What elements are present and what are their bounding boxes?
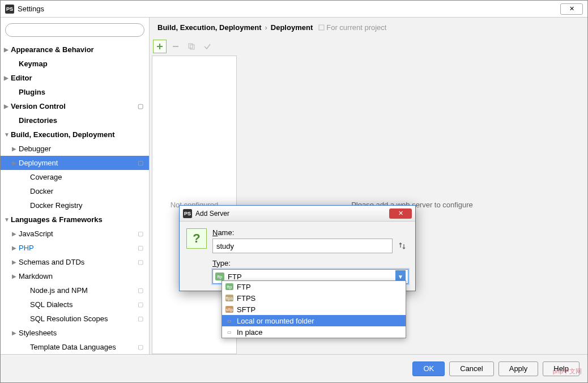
sidebar-item-directories[interactable]: Directories <box>1 113 149 127</box>
sidebar-item-sql-resolution-scopes[interactable]: SQL Resolution Scopes▢ <box>1 312 149 326</box>
dialog-title: Add Server <box>195 210 389 218</box>
sidebar-item-plugins[interactable]: Plugins <box>1 85 149 99</box>
sidebar-item-stylesheets[interactable]: ▶Stylesheets <box>1 326 149 340</box>
window-close-button[interactable]: ✕ <box>560 3 583 15</box>
sidebar-item-node-js-and-npm[interactable]: Node.js and NPM▢ <box>1 283 149 297</box>
dialog-app-icon: PS <box>183 209 192 218</box>
chevron-right-icon: › <box>265 23 267 32</box>
sftp-icon: sftp <box>225 306 233 313</box>
sidebar-item-label: Coverage <box>30 173 149 181</box>
check-icon <box>203 42 211 50</box>
sidebar-item-languages-frameworks[interactable]: ▼Languages & Frameworks <box>1 212 149 227</box>
ok-button[interactable]: OK <box>412 361 445 376</box>
sidebar-item-label: Debugger <box>19 144 149 153</box>
breadcrumb: Build, Execution, Deployment › Deploymen… <box>150 18 587 37</box>
sidebar-item-editor[interactable]: ▶Editor <box>1 71 149 85</box>
dialog-form: Name: Type: ftp FTP ▼ <box>212 228 408 284</box>
add-server-dialog: PS Add Server ✕ ? Name: Type: ftp FTP ▼ … <box>179 205 416 291</box>
search-box <box>5 23 144 37</box>
set-default-button[interactable] <box>201 40 214 53</box>
option-label: FTP <box>237 283 251 291</box>
project-badge-icon: ▢ <box>137 103 144 110</box>
sidebar-item-label: Template Data Languages <box>30 343 137 351</box>
sidebar-item-markdown[interactable]: ▶Markdown <box>1 269 149 283</box>
sidebar-item-docker[interactable]: Docker <box>1 184 149 198</box>
sidebar-item-schemas-and-dtds[interactable]: ▶Schemas and DTDs▢ <box>1 255 149 269</box>
sidebar-item-label: Build, Execution, Deployment <box>11 130 149 139</box>
type-option-in-place[interactable]: ▭In place <box>222 326 406 338</box>
sidebar-item-label: Docker Registry <box>30 201 149 210</box>
dialog-body: ? Name: Type: ftp FTP ▼ ftpFTPftpsFTPSsf… <box>180 222 415 291</box>
breadcrumb-part1: Build, Execution, Deployment <box>157 23 261 32</box>
tree-arrow-icon: ▶ <box>12 273 19 279</box>
project-icon <box>318 24 325 31</box>
cancel-button[interactable]: Cancel <box>449 361 493 376</box>
ftps-icon: ftps <box>225 295 233 301</box>
minus-icon <box>172 42 180 50</box>
watermark: php中文网 <box>553 367 582 376</box>
sidebar-item-label: Appearance & Behavior <box>11 45 149 54</box>
sidebar-item-sql-dialects[interactable]: SQL Dialects▢ <box>1 297 149 312</box>
sort-icon <box>398 242 406 250</box>
project-badge-icon: ▢ <box>137 315 144 323</box>
app-icon: PS <box>5 5 14 14</box>
project-badge-icon: ▢ <box>137 343 144 351</box>
sidebar-item-keymap[interactable]: Keymap <box>1 57 149 71</box>
dialog-close-button[interactable]: ✕ <box>389 208 412 219</box>
sidebar-item-javascript[interactable]: ▶JavaScript▢ <box>1 227 149 241</box>
type-dropdown[interactable]: ftpFTPftpsFTPSsftpSFTP▭Local or mounted … <box>221 280 406 338</box>
sidebar-item-label: Markdown <box>19 272 149 280</box>
tree-arrow-icon: ▶ <box>12 259 19 265</box>
type-option-ftps[interactable]: ftpsFTPS <box>222 292 406 304</box>
search-input[interactable] <box>5 23 144 37</box>
sidebar-item-label: Version Control <box>11 102 137 110</box>
ftp-icon: ftp <box>225 283 233 290</box>
project-badge-icon: ▢ <box>137 301 144 309</box>
tree-arrow-icon: ▶ <box>12 330 19 336</box>
sidebar-item-coverage[interactable]: Coverage <box>1 170 149 184</box>
sidebar-item-template-data-languages[interactable]: Template Data Languages▢ <box>1 340 149 354</box>
sidebar-item-docker-registry[interactable]: Docker Registry <box>1 198 149 212</box>
sidebar-item-label: Directories <box>19 116 149 125</box>
help-icon[interactable]: ? <box>186 228 207 249</box>
tree-arrow-icon: ▶ <box>12 231 19 237</box>
option-label: In place <box>237 328 263 337</box>
type-option-sftp[interactable]: sftpSFTP <box>222 304 406 315</box>
sidebar-item-label: Docker <box>30 187 149 195</box>
sidebar-item-label: Plugins <box>19 88 149 96</box>
plus-icon <box>156 42 164 50</box>
inplace-icon: ▭ <box>225 329 233 335</box>
local-icon: ▭ <box>225 317 233 324</box>
sidebar-item-php[interactable]: ▶PHP▢ <box>1 241 149 255</box>
type-label: Type: <box>212 259 408 267</box>
sort-button[interactable] <box>396 240 408 252</box>
server-name-input[interactable] <box>212 239 393 253</box>
sidebar-item-build-execution-deployment[interactable]: ▼Build, Execution, Deployment <box>1 127 149 142</box>
settings-tree[interactable]: ▶Appearance & BehaviorKeymap▶EditorPlugi… <box>1 42 149 354</box>
copy-icon <box>188 42 195 50</box>
option-label: SFTP <box>237 305 255 314</box>
sidebar-item-label: PHP <box>19 244 137 252</box>
type-option-local-or-mounted-folder[interactable]: ▭Local or mounted folder <box>222 315 406 326</box>
sidebar-item-debugger[interactable]: ▶Debugger <box>1 142 149 156</box>
option-label: Local or mounted folder <box>237 317 314 325</box>
copy-server-button[interactable] <box>185 40 198 53</box>
add-server-button[interactable] <box>153 40 167 53</box>
sidebar-item-label: SQL Resolution Scopes <box>30 314 137 323</box>
remove-server-button[interactable] <box>169 40 182 53</box>
project-badge-icon: ▢ <box>137 244 144 252</box>
project-badge-icon: ▢ <box>137 258 144 266</box>
tree-arrow-icon: ▶ <box>4 46 11 53</box>
sidebar-item-deployment[interactable]: ▶Deployment▢ <box>1 156 149 170</box>
breadcrumb-hint: For current project <box>318 23 386 32</box>
sidebar-item-label: SQL Dialects <box>30 300 137 309</box>
project-badge-icon: ▢ <box>137 230 144 238</box>
type-option-ftp[interactable]: ftpFTP <box>222 281 406 292</box>
dialog-footer: OK Cancel Apply Help php中文网 <box>1 354 587 382</box>
sidebar-item-version-control[interactable]: ▶Version Control▢ <box>1 99 149 113</box>
sidebar-item-appearance-behavior[interactable]: ▶Appearance & Behavior <box>1 42 149 57</box>
apply-button[interactable]: Apply <box>498 361 539 376</box>
tree-arrow-icon: ▼ <box>4 216 11 223</box>
tree-arrow-icon: ▶ <box>12 245 19 251</box>
sidebar-item-label: Keymap <box>19 59 149 68</box>
